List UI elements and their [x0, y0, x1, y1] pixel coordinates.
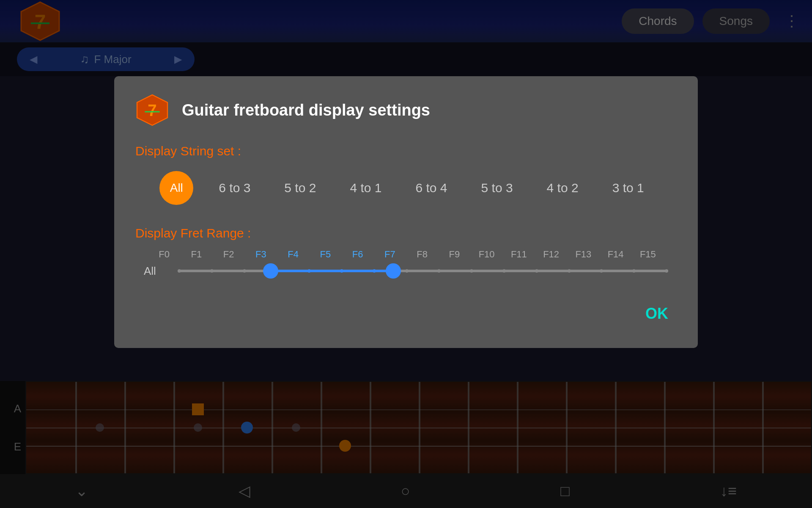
string-set-row: All 6 to 3 5 to 2 4 to 1 6 to 4 5 to 3 4… — [135, 171, 677, 205]
dot-f7 — [405, 269, 409, 273]
fret-label-f8: F8 — [406, 249, 438, 260]
dot-f4 — [307, 269, 311, 273]
fret-label-f11: F11 — [503, 249, 535, 260]
fret-label-f14: F14 — [600, 249, 632, 260]
fret-label-f6: F6 — [342, 249, 374, 260]
dot-f5 — [340, 269, 343, 273]
dot-f13 — [600, 269, 603, 273]
fret-label-f12: F12 — [535, 249, 567, 260]
ok-row: OK — [135, 301, 677, 327]
slider-track — [178, 270, 668, 272]
slider-thumb-right[interactable] — [386, 263, 401, 279]
fret-labels-row: F0 F1 F2 F3 F4 F5 F6 F7 F8 F9 F10 F11 F1… — [144, 249, 668, 260]
fret-label-f9: F9 — [438, 249, 470, 260]
fret-label-f7: F7 — [374, 249, 406, 260]
display-fret-range-label: Display Fret Range : — [135, 226, 677, 240]
fret-range-container: F0 F1 F2 F3 F4 F5 F6 F7 F8 F9 F10 F11 F1… — [135, 249, 677, 279]
dot-f1 — [210, 269, 214, 273]
dot-f8 — [437, 269, 441, 273]
fret-slider-row: All — [144, 262, 668, 279]
fret-label-f2: F2 — [213, 249, 245, 260]
string-set-6to3[interactable]: 6 to 3 — [210, 177, 259, 199]
slider-row-label: All — [144, 265, 169, 278]
ok-button[interactable]: OK — [637, 301, 677, 327]
modal-title: Guitar fretboard display settings — [182, 101, 430, 119]
modal-header: 7 Guitar fretboard display settings — [135, 93, 677, 127]
dot-f9 — [470, 269, 473, 273]
fret-label-f3: F3 — [245, 249, 277, 260]
dot-f14 — [632, 269, 636, 273]
dot-f11 — [535, 269, 538, 273]
modal-logo-icon: 7 — [135, 93, 169, 127]
fret-label-f10: F10 — [471, 249, 503, 260]
slider-thumb-left[interactable] — [263, 263, 278, 279]
fret-label-f1: F1 — [180, 249, 212, 260]
dot-f6 — [373, 269, 376, 273]
svg-text:7: 7 — [148, 101, 156, 119]
string-set-5to3[interactable]: 5 to 3 — [473, 177, 521, 199]
modal-dialog: 7 Guitar fretboard display settings Disp… — [114, 76, 698, 348]
string-set-6to4[interactable]: 6 to 4 — [407, 177, 455, 199]
string-set-all[interactable]: All — [159, 171, 193, 205]
fret-label-f5: F5 — [309, 249, 341, 260]
fret-label-f0: F0 — [148, 249, 180, 260]
string-set-4to1[interactable]: 4 to 1 — [341, 177, 390, 199]
fret-label-f15: F15 — [632, 249, 664, 260]
string-set-5to2[interactable]: 5 to 2 — [276, 177, 324, 199]
display-string-set-label: Display String set : — [135, 144, 677, 158]
string-set-3to1[interactable]: 3 to 1 — [604, 177, 653, 199]
dot-f10 — [502, 269, 506, 273]
fret-range-slider[interactable] — [178, 262, 668, 279]
fret-label-f13: F13 — [567, 249, 599, 260]
dot-f0 — [178, 269, 181, 273]
dot-f15 — [665, 269, 668, 273]
dot-f12 — [568, 269, 571, 273]
slider-dots-row — [178, 269, 668, 273]
fret-label-f4: F4 — [277, 249, 309, 260]
dot-f2 — [243, 269, 246, 273]
string-set-4to2[interactable]: 4 to 2 — [538, 177, 587, 199]
